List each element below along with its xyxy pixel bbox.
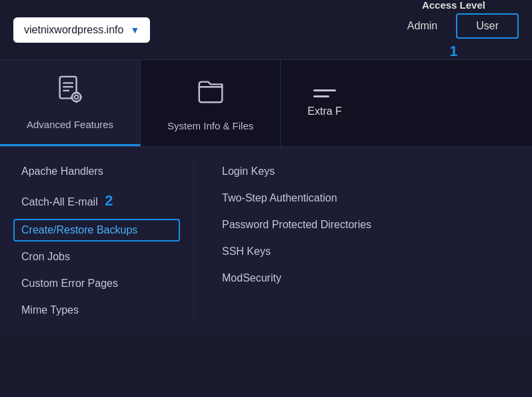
top-bar: vietnixwordpress.info ▼ Access Level Adm… bbox=[0, 0, 532, 60]
menu-item-cron-jobs[interactable]: Cron Jobs bbox=[13, 246, 180, 268]
chevron-down-icon: ▼ bbox=[130, 25, 139, 35]
tab-extra-label: Extra F bbox=[307, 105, 342, 117]
tab-advanced-features-label: Advanced Features bbox=[27, 119, 113, 130]
menu-item-custom-error-pages[interactable]: Custom Error Pages bbox=[13, 272, 180, 295]
menu-item-apache-handlers[interactable]: Apache Handlers bbox=[13, 160, 180, 183]
tab-system-info[interactable]: System Info & Files bbox=[141, 60, 281, 146]
domain-name: vietnixwordpress.info bbox=[24, 24, 123, 36]
domain-selector[interactable]: vietnixwordpress.info ▼ bbox=[13, 17, 150, 43]
user-button[interactable]: User bbox=[456, 13, 519, 39]
tab-extra[interactable]: Extra F bbox=[281, 60, 369, 146]
menu-item-two-step-auth[interactable]: Two-Step Authentication bbox=[214, 187, 379, 210]
svg-point-4 bbox=[72, 93, 81, 101]
extra-icon bbox=[313, 89, 336, 97]
folder-icon bbox=[195, 75, 226, 112]
menu-item-create-restore-backups[interactable]: Create/Restore Backups bbox=[13, 219, 180, 242]
menu-right-column: Login Keys Two-Step Authentication Passw… bbox=[193, 160, 393, 322]
tab-system-info-label: System Info & Files bbox=[167, 120, 253, 131]
menu-item-login-keys[interactable]: Login Keys bbox=[214, 160, 379, 183]
step-1-number: 1 bbox=[449, 43, 457, 60]
menu-item-ssh-keys[interactable]: SSH Keys bbox=[214, 240, 379, 263]
menu-item-catch-all-email[interactable]: Catch-All E-mail 2 bbox=[13, 187, 180, 215]
menu-item-password-protected-dirs[interactable]: Password Protected Directories bbox=[214, 214, 379, 236]
menu-item-modsecurity[interactable]: ModSecurity bbox=[214, 267, 379, 290]
access-level-label: Access Level bbox=[422, 0, 485, 11]
menu-left-column: Apache Handlers Catch-All E-mail 2 Creat… bbox=[0, 160, 193, 322]
menu-area: Apache Handlers Catch-All E-mail 2 Creat… bbox=[0, 147, 532, 335]
access-level-buttons: Admin User bbox=[389, 13, 519, 39]
access-level-container: Access Level Admin User 1 bbox=[389, 0, 519, 60]
admin-button[interactable]: Admin bbox=[389, 15, 456, 37]
tabs-row: Advanced Features System Info & Files Ex… bbox=[0, 60, 532, 147]
menu-item-mime-types[interactable]: Mime Types bbox=[13, 299, 180, 322]
tab-advanced-features[interactable]: Advanced Features bbox=[0, 60, 141, 146]
step-2-number: 2 bbox=[105, 192, 113, 209]
document-settings-icon bbox=[55, 74, 85, 111]
